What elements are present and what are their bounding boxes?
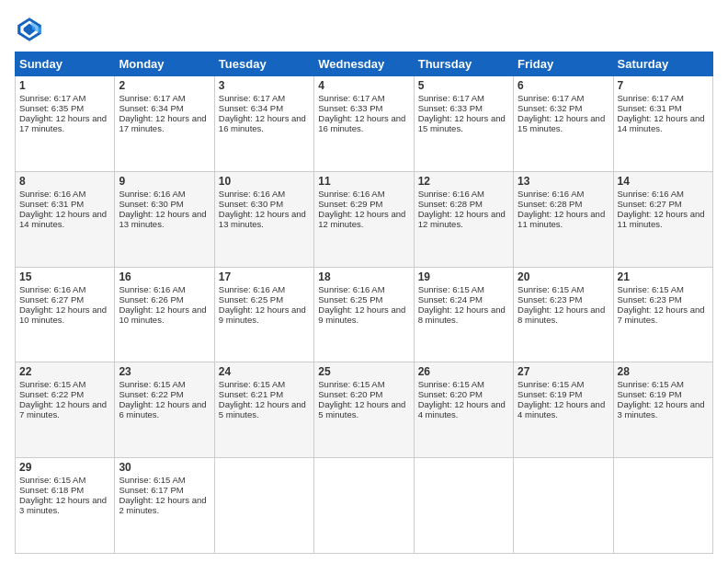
daylight: Daylight: 12 hours and 14 minutes. bbox=[618, 113, 705, 133]
day-cell: 3Sunrise: 6:17 AMSunset: 6:34 PMDaylight… bbox=[214, 76, 313, 172]
sunset: Sunset: 6:21 PM bbox=[219, 389, 283, 399]
sunrise: Sunrise: 6:16 AM bbox=[318, 189, 384, 199]
header-cell-friday: Friday bbox=[514, 52, 613, 76]
sunrise: Sunrise: 6:17 AM bbox=[119, 93, 185, 103]
daylight: Daylight: 12 hours and 9 minutes. bbox=[219, 304, 306, 325]
sunrise: Sunrise: 6:16 AM bbox=[19, 284, 85, 294]
day-cell bbox=[514, 458, 613, 554]
daylight: Daylight: 12 hours and 3 minutes. bbox=[19, 495, 107, 515]
daylight: Daylight: 12 hours and 10 minutes. bbox=[119, 304, 206, 325]
day-cell bbox=[414, 458, 513, 554]
day-number: 28 bbox=[618, 365, 709, 378]
day-cell: 19Sunrise: 6:15 AMSunset: 6:24 PMDayligh… bbox=[414, 267, 513, 362]
day-number: 19 bbox=[418, 270, 509, 283]
daylight: Daylight: 12 hours and 8 minutes. bbox=[418, 304, 506, 325]
daylight: Daylight: 12 hours and 13 minutes. bbox=[119, 209, 206, 229]
logo-icon bbox=[15, 15, 44, 44]
daylight: Daylight: 12 hours and 11 minutes. bbox=[618, 209, 705, 229]
day-number: 13 bbox=[518, 175, 609, 188]
sunset: Sunset: 6:35 PM bbox=[19, 103, 84, 113]
day-number: 11 bbox=[318, 175, 409, 188]
day-number: 21 bbox=[618, 270, 709, 283]
daylight: Daylight: 12 hours and 5 minutes. bbox=[318, 399, 405, 419]
daylight: Daylight: 12 hours and 15 minutes. bbox=[418, 113, 506, 133]
sunset: Sunset: 6:30 PM bbox=[119, 199, 183, 209]
sunrise: Sunrise: 6:15 AM bbox=[19, 475, 85, 485]
day-cell: 25Sunrise: 6:15 AMSunset: 6:20 PMDayligh… bbox=[314, 362, 414, 458]
day-cell: 28Sunrise: 6:15 AMSunset: 6:19 PMDayligh… bbox=[613, 362, 712, 458]
week-row-5: 29Sunrise: 6:15 AMSunset: 6:18 PMDayligh… bbox=[16, 458, 713, 554]
sunrise: Sunrise: 6:17 AM bbox=[318, 93, 384, 103]
sunrise: Sunrise: 6:16 AM bbox=[318, 284, 384, 294]
sunset: Sunset: 6:27 PM bbox=[618, 199, 682, 209]
day-cell: 2Sunrise: 6:17 AMSunset: 6:34 PMDaylight… bbox=[115, 76, 214, 172]
day-number: 27 bbox=[518, 365, 609, 378]
day-cell: 30Sunrise: 6:15 AMSunset: 6:17 PMDayligh… bbox=[115, 458, 214, 554]
day-cell bbox=[613, 458, 712, 554]
sunset: Sunset: 6:34 PM bbox=[119, 103, 183, 113]
sunset: Sunset: 6:19 PM bbox=[618, 389, 682, 399]
daylight: Daylight: 12 hours and 7 minutes. bbox=[19, 399, 107, 419]
day-cell: 4Sunrise: 6:17 AMSunset: 6:33 PMDaylight… bbox=[314, 76, 414, 172]
sunset: Sunset: 6:19 PM bbox=[518, 389, 582, 399]
sunrise: Sunrise: 6:16 AM bbox=[418, 189, 484, 199]
day-cell: 22Sunrise: 6:15 AMSunset: 6:22 PMDayligh… bbox=[16, 362, 115, 458]
sunset: Sunset: 6:31 PM bbox=[618, 103, 682, 113]
daylight: Daylight: 12 hours and 17 minutes. bbox=[19, 113, 107, 133]
sunset: Sunset: 6:26 PM bbox=[119, 294, 183, 304]
day-cell: 26Sunrise: 6:15 AMSunset: 6:20 PMDayligh… bbox=[414, 362, 513, 458]
day-cell: 11Sunrise: 6:16 AMSunset: 6:29 PMDayligh… bbox=[314, 171, 414, 267]
day-number: 2 bbox=[119, 79, 210, 92]
sunset: Sunset: 6:22 PM bbox=[19, 389, 84, 399]
day-number: 12 bbox=[418, 175, 509, 188]
day-number: 7 bbox=[618, 79, 709, 92]
header-cell-thursday: Thursday bbox=[414, 52, 513, 76]
day-number: 9 bbox=[119, 175, 210, 188]
sunset: Sunset: 6:23 PM bbox=[618, 294, 682, 304]
day-number: 3 bbox=[219, 79, 310, 92]
sunset: Sunset: 6:24 PM bbox=[418, 294, 483, 304]
daylight: Daylight: 12 hours and 7 minutes. bbox=[618, 304, 705, 325]
day-cell: 24Sunrise: 6:15 AMSunset: 6:21 PMDayligh… bbox=[214, 362, 313, 458]
day-number: 8 bbox=[19, 175, 110, 188]
day-number: 24 bbox=[219, 365, 310, 378]
header-cell-wednesday: Wednesday bbox=[314, 52, 414, 76]
day-cell: 14Sunrise: 6:16 AMSunset: 6:27 PMDayligh… bbox=[613, 171, 712, 267]
day-number: 14 bbox=[618, 175, 709, 188]
sunset: Sunset: 6:34 PM bbox=[219, 103, 283, 113]
header-cell-sunday: Sunday bbox=[16, 52, 115, 76]
sunset: Sunset: 6:17 PM bbox=[119, 485, 183, 495]
day-number: 10 bbox=[219, 175, 310, 188]
daylight: Daylight: 12 hours and 8 minutes. bbox=[518, 304, 605, 325]
day-cell: 10Sunrise: 6:16 AMSunset: 6:30 PMDayligh… bbox=[214, 171, 313, 267]
calendar-header: SundayMondayTuesdayWednesdayThursdayFrid… bbox=[16, 52, 713, 76]
sunset: Sunset: 6:25 PM bbox=[318, 294, 382, 304]
sunrise: Sunrise: 6:16 AM bbox=[518, 189, 584, 199]
sunset: Sunset: 6:20 PM bbox=[418, 389, 483, 399]
daylight: Daylight: 12 hours and 12 minutes. bbox=[318, 209, 405, 229]
day-cell: 27Sunrise: 6:15 AMSunset: 6:19 PMDayligh… bbox=[514, 362, 613, 458]
sunset: Sunset: 6:28 PM bbox=[518, 199, 582, 209]
day-cell: 21Sunrise: 6:15 AMSunset: 6:23 PMDayligh… bbox=[613, 267, 712, 362]
day-number: 26 bbox=[418, 365, 509, 378]
sunrise: Sunrise: 6:16 AM bbox=[19, 189, 85, 199]
daylight: Daylight: 12 hours and 9 minutes. bbox=[318, 304, 405, 325]
week-row-4: 22Sunrise: 6:15 AMSunset: 6:22 PMDayligh… bbox=[16, 362, 713, 458]
sunrise: Sunrise: 6:17 AM bbox=[219, 93, 285, 103]
day-number: 17 bbox=[219, 270, 310, 283]
day-number: 29 bbox=[19, 461, 110, 474]
sunrise: Sunrise: 6:16 AM bbox=[618, 189, 684, 199]
daylight: Daylight: 12 hours and 17 minutes. bbox=[119, 113, 206, 133]
daylight: Daylight: 12 hours and 10 minutes. bbox=[19, 304, 107, 325]
sunrise: Sunrise: 6:15 AM bbox=[318, 379, 384, 389]
daylight: Daylight: 12 hours and 16 minutes. bbox=[318, 113, 405, 133]
header-cell-saturday: Saturday bbox=[613, 52, 712, 76]
sunset: Sunset: 6:27 PM bbox=[19, 294, 84, 304]
daylight: Daylight: 12 hours and 4 minutes. bbox=[518, 399, 605, 419]
sunrise: Sunrise: 6:17 AM bbox=[618, 93, 684, 103]
sunrise: Sunrise: 6:15 AM bbox=[618, 284, 684, 294]
day-cell: 16Sunrise: 6:16 AMSunset: 6:26 PMDayligh… bbox=[115, 267, 214, 362]
week-row-1: 1Sunrise: 6:17 AMSunset: 6:35 PMDaylight… bbox=[16, 76, 713, 172]
sunrise: Sunrise: 6:16 AM bbox=[119, 284, 185, 294]
daylight: Daylight: 12 hours and 11 minutes. bbox=[518, 209, 605, 229]
